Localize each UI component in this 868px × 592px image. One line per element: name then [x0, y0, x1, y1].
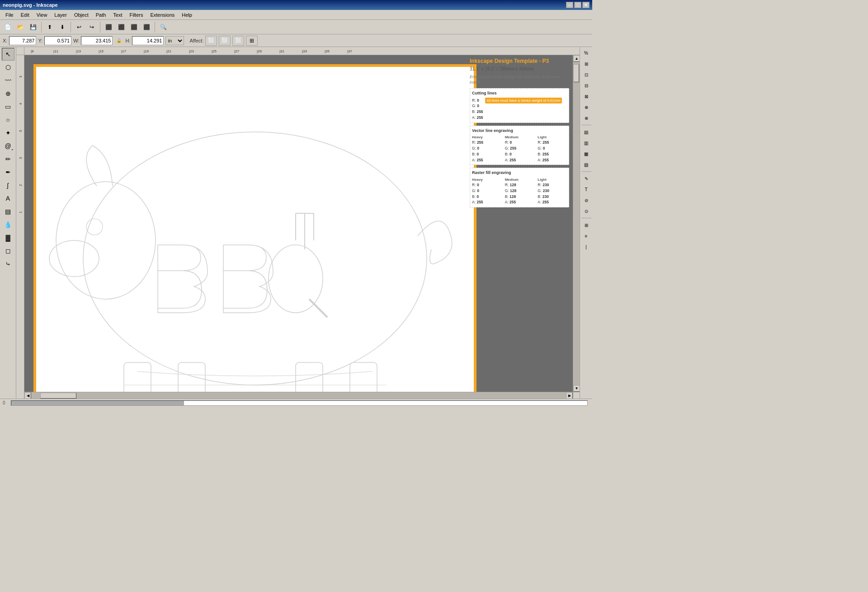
- close-button[interactable]: ✕: [582, 2, 590, 8]
- star-tool[interactable]: ✦: [2, 127, 14, 139]
- toolbox: ↖ ⬡ 〰 ⊕ ▭ ○ ✦ @▸ ✏ ✒ ∫ A ▤ 💧 ▓ ◻ ⤷: [0, 47, 16, 399]
- scroll-left-button[interactable]: ◀: [24, 392, 31, 399]
- snap-btn-2[interactable]: ⊞: [581, 59, 591, 69]
- new-button[interactable]: 📄: [2, 21, 14, 33]
- maximize-button[interactable]: □: [574, 2, 581, 8]
- pen-tool[interactable]: ✒: [2, 166, 14, 179]
- import-button[interactable]: ⬆: [44, 21, 56, 33]
- eraser-tool[interactable]: ◻: [2, 244, 14, 257]
- paint-tool[interactable]: ▓: [2, 231, 14, 244]
- snap-sep2: [581, 171, 591, 172]
- zoom-fit-button[interactable]: 🔍: [157, 21, 169, 33]
- window-controls: ─ □ ✕: [566, 2, 590, 8]
- scroll-right-button[interactable]: ▶: [566, 392, 573, 399]
- node-tool[interactable]: ⬡: [2, 61, 14, 74]
- snap-btn-12[interactable]: ✎: [581, 174, 591, 183]
- pencil-tool[interactable]: ✏: [2, 153, 14, 165]
- snap-btn-16[interactable]: ⊞: [581, 220, 591, 230]
- snap-btn-18[interactable]: |: [581, 242, 591, 252]
- w-input[interactable]: [81, 36, 113, 45]
- menu-object[interactable]: Object: [71, 11, 92, 19]
- cutting-a: A: 255: [472, 115, 483, 121]
- scroll-thumb-h[interactable]: [40, 393, 76, 399]
- menu-file[interactable]: File: [2, 11, 17, 19]
- vertical-scrollbar[interactable]: ▲ ▼: [573, 55, 580, 392]
- menu-filters[interactable]: Filters: [126, 11, 147, 19]
- scroll-thumb-v[interactable]: [573, 64, 579, 82]
- horizontal-scrollbar[interactable]: ◀ ▶: [24, 392, 573, 399]
- affect-btn3[interactable]: ⬜: [232, 36, 244, 46]
- affect-btn4[interactable]: ⊞: [246, 36, 258, 46]
- scroll-down-button[interactable]: ▼: [573, 385, 580, 392]
- menu-extensions[interactable]: Extensions: [146, 11, 178, 19]
- ellipse-tool[interactable]: ○: [2, 113, 14, 126]
- scrollbar-corner: [573, 392, 580, 399]
- export-button[interactable]: ⬇: [57, 21, 68, 33]
- calligraphy-tool[interactable]: ∫: [2, 179, 14, 192]
- svg-text:|13: |13: [76, 49, 81, 53]
- svg-text:4: 4: [19, 103, 23, 105]
- menu-help[interactable]: Help: [178, 11, 196, 19]
- vector-engraving-table: Vector line engraving Heavy R: 255 G: 0 …: [470, 126, 569, 165]
- svg-text:|25: |25: [212, 49, 217, 53]
- path-toolbar: X: Y: W: 🔒 H: in mm cm px Affect: ⬜ ⬜ ⬜ …: [0, 34, 592, 47]
- redo-button[interactable]: ↪: [86, 21, 98, 33]
- unit-select[interactable]: in mm cm px: [165, 36, 184, 45]
- menu-path[interactable]: Path: [92, 11, 110, 19]
- snap-btn-15[interactable]: ⊙: [581, 206, 591, 216]
- menu-text[interactable]: Text: [109, 11, 126, 19]
- menu-view[interactable]: View: [33, 11, 51, 19]
- menubar: File Edit View Layer Object Path Text Fi…: [0, 10, 592, 20]
- snap-btn-10[interactable]: ▦: [581, 149, 591, 159]
- cutting-lines-table: Cutting lines R: 0 G: 0 B: 255 A: 255 Al…: [470, 88, 569, 123]
- ruler-top: |9 |11 |13 |15 |17 |19 |21 |23 |25 |27 |…: [24, 47, 580, 55]
- text-tool[interactable]: A: [2, 192, 14, 205]
- scroll-track-v[interactable]: [573, 62, 580, 385]
- h-input[interactable]: [132, 36, 164, 45]
- snap-btn-11[interactable]: ▧: [581, 160, 591, 169]
- zoom-tool[interactable]: ⊕: [2, 87, 14, 100]
- menu-layer[interactable]: Layer: [51, 11, 71, 19]
- rect-tool[interactable]: ▭: [2, 100, 14, 113]
- svg-text:|21: |21: [166, 49, 172, 53]
- snap-btn-13[interactable]: T: [581, 184, 591, 194]
- svg-text:|27: |27: [234, 49, 240, 53]
- menu-edit[interactable]: Edit: [17, 11, 33, 19]
- snap-btn-4[interactable]: ⊟: [581, 80, 591, 90]
- toolbar-sep2: [71, 22, 71, 33]
- canvas-wrapper[interactable]: |9 |11 |13 |15 |17 |19 |21 |23 |25 |27 |…: [16, 47, 580, 399]
- gradient-tool[interactable]: ▤: [2, 205, 14, 218]
- connector-tool[interactable]: ⤷: [2, 258, 14, 270]
- save-button[interactable]: 💾: [27, 21, 39, 33]
- align-center-button[interactable]: ⬛: [115, 21, 127, 33]
- snap-btn-7[interactable]: ⊗: [581, 113, 591, 123]
- snap-btn-17[interactable]: ≡: [581, 231, 591, 241]
- align-left-button[interactable]: ⬛: [103, 21, 114, 33]
- snap-btn-6[interactable]: ⊕: [581, 102, 591, 112]
- y-input[interactable]: [44, 36, 71, 45]
- scroll-track-h[interactable]: [31, 392, 566, 399]
- align-right-button[interactable]: ⬛: [128, 21, 140, 33]
- snap-btn-9[interactable]: ▥: [581, 138, 591, 148]
- affect-btn1[interactable]: ⬜: [205, 36, 217, 46]
- tweak-tool[interactable]: 〰: [2, 74, 14, 87]
- select-tool[interactable]: ↖: [2, 48, 14, 61]
- undo-button[interactable]: ↩: [73, 21, 85, 33]
- y-label: Y:: [38, 38, 42, 43]
- dropper-tool[interactable]: 💧: [2, 218, 14, 231]
- snap-btn-1[interactable]: %: [581, 48, 591, 58]
- vector-heavy-col: Heavy R: 255 G: 0 B: 0 A: 255: [472, 135, 501, 163]
- snap-btn-14[interactable]: ⊘: [581, 195, 591, 205]
- distribute-button[interactable]: ⬛: [141, 21, 152, 33]
- canvas-scroll[interactable]: Inkscape Design Template - P3 31.1" x 15…: [24, 55, 573, 392]
- affect-btn2[interactable]: ⬜: [219, 36, 231, 46]
- snap-btn-5[interactable]: ⊠: [581, 91, 591, 101]
- snap-btn-8[interactable]: ▤: [581, 127, 591, 137]
- minimize-button[interactable]: ─: [566, 2, 573, 8]
- lock-ratio-button[interactable]: 🔒: [114, 36, 123, 45]
- spiral-tool[interactable]: @▸: [2, 140, 14, 152]
- open-button[interactable]: 📂: [14, 21, 26, 33]
- scroll-up-button[interactable]: ▲: [573, 55, 580, 62]
- snap-btn-3[interactable]: ⊡: [581, 70, 591, 80]
- x-input[interactable]: [9, 36, 36, 45]
